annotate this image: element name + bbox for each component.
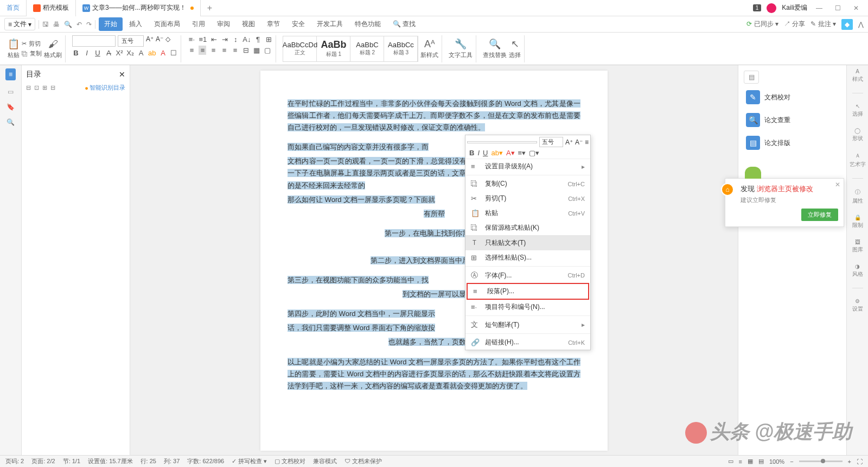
toc-close-icon[interactable]: ✕ (119, 70, 125, 79)
ctx-list-icon[interactable]: ≡ (585, 138, 589, 146)
ctx-toc-level[interactable]: ≡设置目录级别(A)▸ (465, 159, 590, 174)
username[interactable]: Kaili爱编 (782, 3, 807, 12)
menu-insert[interactable]: 插入 (124, 17, 148, 31)
ctx-paste-text[interactable]: Ｔ只粘贴文本(T) (465, 235, 590, 250)
view-read-icon[interactable]: ▤ (758, 458, 764, 465)
toc-toggle-icon[interactable]: ≡ (5, 68, 16, 80)
indent-dec-button[interactable]: ⇤ (210, 35, 218, 43)
preview-icon[interactable]: 🔍 (64, 21, 72, 28)
ctx-inc-font-icon[interactable]: A⁺ (565, 138, 573, 146)
ctx-cut[interactable]: ✂剪切(T)Ctrl+X (465, 191, 590, 206)
ctx-paste[interactable]: 📋粘贴Ctrl+V (465, 206, 590, 220)
menu-devtools[interactable]: 开发工具 (311, 17, 348, 31)
decrease-font-icon[interactable]: A⁻ (156, 35, 163, 47)
font-color-button[interactable]: A (159, 49, 167, 57)
print-icon[interactable]: 🖶 (53, 21, 60, 28)
align-left-button[interactable]: ≡ (188, 46, 195, 54)
close-button[interactable]: ✕ (850, 4, 863, 12)
ctx-paste-src[interactable]: ⿻保留源格式粘贴(K) (465, 220, 590, 235)
ctx-dec-font-icon[interactable]: A⁻ (575, 138, 583, 146)
menu-start[interactable]: 开始 (99, 17, 123, 31)
select-button[interactable]: ↖选择 (509, 38, 521, 59)
view-outline-icon[interactable]: ≡ (739, 458, 742, 465)
copy-button[interactable]: ⿻复制 (22, 49, 42, 58)
ctx-underline-button[interactable]: U (483, 149, 488, 157)
panel-tab-icon[interactable]: ▤ (744, 71, 759, 84)
style-h2[interactable]: AaBbC标题 2 (350, 36, 384, 61)
maximize-button[interactable]: ☐ (831, 4, 844, 12)
bullets-button[interactable]: ≡· (188, 35, 195, 43)
zoom-in-button[interactable]: + (848, 458, 851, 465)
tab-template[interactable]: 稻壳模板 (27, 0, 76, 16)
increase-font-icon[interactable]: A⁺ (146, 35, 154, 47)
ts-style[interactable]: A样式 (852, 68, 863, 83)
ctx-italic-button[interactable]: I (477, 149, 480, 157)
clear-format-icon[interactable]: ◇ (165, 35, 170, 47)
document-area[interactable]: 在平时忙碌的工作过程当中，非常多的小伙伴会每天会接触到很多的 Word 文档，尤… (130, 65, 738, 456)
menu-search[interactable]: 🔍 查找 (387, 17, 421, 31)
sb-protect[interactable]: 🛡 文档未保护 (344, 457, 382, 465)
ctx-translate[interactable]: 文短句翻译(T)▸ (465, 317, 590, 332)
save-icon[interactable]: 🖫 (42, 21, 49, 28)
ctx-align-button[interactable]: ≡▾ (518, 149, 526, 157)
ctx-bold-button[interactable]: B (469, 149, 474, 157)
new-style-button[interactable]: Aᴬ新样式 (420, 38, 438, 59)
fix-now-button[interactable]: 立即修复 (801, 209, 838, 221)
menu-references[interactable]: 引用 (187, 17, 210, 31)
subscript-button[interactable]: X₂ (126, 49, 134, 57)
borders-button[interactable]: ▢ (264, 46, 271, 54)
ts-limit[interactable]: 🔒限制 (852, 214, 863, 229)
superscript-button[interactable]: X² (116, 49, 123, 57)
sb-spell[interactable]: ✓ 拼写检查 ▾ (232, 457, 267, 465)
char-border-button[interactable]: ☐ (170, 49, 177, 57)
ctx-border-button[interactable]: ▢▾ (529, 149, 539, 157)
line-spacing-button[interactable]: ↕ (232, 35, 239, 43)
zoom-icon[interactable]: 🔍 (7, 118, 15, 126)
ts-theme[interactable]: ◑风格 (852, 263, 863, 278)
toc-collapse-icon[interactable]: ⊡ (34, 84, 39, 91)
fullscreen-icon[interactable]: ⛶ (857, 458, 863, 465)
ctx-size-select[interactable]: 五号 (539, 137, 563, 147)
zoom-value[interactable]: 100% (769, 458, 784, 465)
page-icon[interactable]: ▭ (8, 88, 14, 96)
rp-layout[interactable]: ▤论文排版 (744, 134, 841, 152)
text-tool-button[interactable]: 🔧文字工具 (449, 38, 473, 59)
distribute-button[interactable]: ≡ (231, 46, 239, 54)
sb-section[interactable]: 节: 1/1 (63, 457, 80, 465)
align-right-button[interactable]: ≡ (209, 46, 217, 54)
find-replace-button[interactable]: 🔍查找替换 (483, 38, 507, 59)
sb-page-num[interactable]: 页码: 2 (5, 457, 24, 465)
collapse-ribbon-icon[interactable]: ⋀ (858, 21, 864, 28)
align-justify-button[interactable]: ≡ (220, 46, 228, 54)
ctx-font[interactable]: Ⓐ字体(F)...Ctrl+D (465, 268, 590, 283)
menu-special[interactable]: 特色功能 (349, 17, 386, 31)
font-size-select[interactable]: 五号 (118, 35, 144, 47)
sb-words[interactable]: 字数: 622/896 (187, 457, 224, 465)
menu-security[interactable]: 安全 (286, 17, 310, 31)
ctx-fontcolor-button[interactable]: A▾ (506, 149, 515, 157)
style-h3[interactable]: AaBbCc标题 3 (384, 36, 418, 61)
menu-page-layout[interactable]: 页面布局 (149, 17, 186, 31)
approve-button[interactable]: ✎ 批注 ▾ (810, 20, 836, 29)
cut-button[interactable]: ✂剪切 (22, 40, 42, 48)
ts-wordart[interactable]: Ａ艺术字 (850, 152, 866, 168)
italic-button[interactable]: I (83, 49, 91, 57)
rp-proof[interactable]: ✎文档校对 (744, 88, 841, 106)
notification-badge[interactable]: 1 (753, 4, 762, 11)
ctx-paragraph[interactable]: ≡段落(P)... (467, 283, 589, 300)
style-h1[interactable]: AaBb标题 1 (317, 36, 350, 61)
font-name-select[interactable] (72, 35, 116, 47)
ctx-paste-special[interactable]: ⊞选择性粘贴(S)... (465, 250, 590, 265)
ts-props[interactable]: ⓘ属性 (852, 188, 863, 205)
zoom-slider[interactable] (799, 460, 843, 462)
toc-smart-detect[interactable]: 智能识别目录 (85, 84, 125, 92)
tab-document[interactable]: W文章3——如何...两秒即可实现！ (76, 0, 201, 16)
align-center-button[interactable]: ≡ (199, 46, 206, 55)
format-painter-button[interactable]: 🖌格式刷 (44, 39, 62, 59)
ts-gallery[interactable]: 🖼图库 (852, 239, 863, 254)
redo-icon[interactable]: ↷ (86, 21, 92, 28)
style-gallery[interactable]: AaBbCcDd正文 AaBb标题 1 AaBbC标题 2 AaBbCc标题 3 (283, 36, 418, 62)
bold-button[interactable]: B (72, 49, 80, 57)
toc-add-icon[interactable]: ⊞ (42, 84, 47, 91)
show-marks-button[interactable]: ¶ (254, 35, 261, 43)
